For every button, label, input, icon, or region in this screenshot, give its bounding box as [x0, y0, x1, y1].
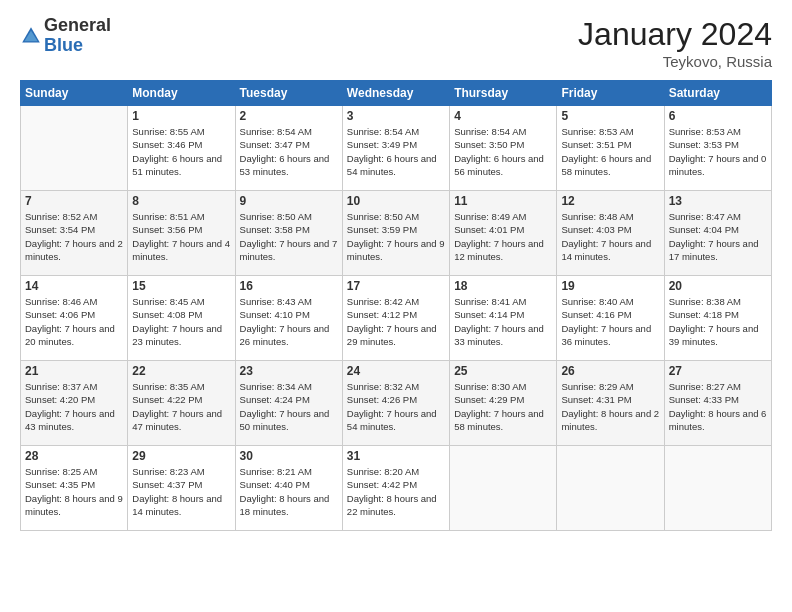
day-number: 13 — [669, 194, 767, 208]
day-cell: 11Sunrise: 8:49 AMSunset: 4:01 PMDayligh… — [450, 191, 557, 276]
day-info: Sunrise: 8:32 AMSunset: 4:26 PMDaylight:… — [347, 380, 445, 433]
day-cell: 21Sunrise: 8:37 AMSunset: 4:20 PMDayligh… — [21, 361, 128, 446]
day-info: Sunrise: 8:30 AMSunset: 4:29 PMDaylight:… — [454, 380, 552, 433]
day-number: 10 — [347, 194, 445, 208]
day-cell: 4Sunrise: 8:54 AMSunset: 3:50 PMDaylight… — [450, 106, 557, 191]
day-cell: 19Sunrise: 8:40 AMSunset: 4:16 PMDayligh… — [557, 276, 664, 361]
day-info: Sunrise: 8:54 AMSunset: 3:50 PMDaylight:… — [454, 125, 552, 178]
col-saturday: Saturday — [664, 81, 771, 106]
day-number: 7 — [25, 194, 123, 208]
day-number: 4 — [454, 109, 552, 123]
day-number: 19 — [561, 279, 659, 293]
day-number: 28 — [25, 449, 123, 463]
day-info: Sunrise: 8:47 AMSunset: 4:04 PMDaylight:… — [669, 210, 767, 263]
day-cell: 13Sunrise: 8:47 AMSunset: 4:04 PMDayligh… — [664, 191, 771, 276]
day-info: Sunrise: 8:54 AMSunset: 3:47 PMDaylight:… — [240, 125, 338, 178]
week-row-2: 14Sunrise: 8:46 AMSunset: 4:06 PMDayligh… — [21, 276, 772, 361]
calendar-table: Sunday Monday Tuesday Wednesday Thursday… — [20, 80, 772, 531]
day-cell: 6Sunrise: 8:53 AMSunset: 3:53 PMDaylight… — [664, 106, 771, 191]
location-title: Teykovo, Russia — [578, 53, 772, 70]
day-cell: 31Sunrise: 8:20 AMSunset: 4:42 PMDayligh… — [342, 446, 449, 531]
logo: General Blue — [20, 16, 111, 56]
day-number: 8 — [132, 194, 230, 208]
day-info: Sunrise: 8:54 AMSunset: 3:49 PMDaylight:… — [347, 125, 445, 178]
day-cell: 9Sunrise: 8:50 AMSunset: 3:58 PMDaylight… — [235, 191, 342, 276]
day-info: Sunrise: 8:49 AMSunset: 4:01 PMDaylight:… — [454, 210, 552, 263]
day-number: 11 — [454, 194, 552, 208]
day-info: Sunrise: 8:50 AMSunset: 3:59 PMDaylight:… — [347, 210, 445, 263]
day-cell: 25Sunrise: 8:30 AMSunset: 4:29 PMDayligh… — [450, 361, 557, 446]
day-number: 12 — [561, 194, 659, 208]
logo-blue: Blue — [44, 36, 111, 56]
col-friday: Friday — [557, 81, 664, 106]
title-block: January 2024 Teykovo, Russia — [578, 16, 772, 70]
day-cell: 22Sunrise: 8:35 AMSunset: 4:22 PMDayligh… — [128, 361, 235, 446]
day-cell: 27Sunrise: 8:27 AMSunset: 4:33 PMDayligh… — [664, 361, 771, 446]
day-cell: 26Sunrise: 8:29 AMSunset: 4:31 PMDayligh… — [557, 361, 664, 446]
day-number: 6 — [669, 109, 767, 123]
day-cell: 7Sunrise: 8:52 AMSunset: 3:54 PMDaylight… — [21, 191, 128, 276]
col-monday: Monday — [128, 81, 235, 106]
day-info: Sunrise: 8:27 AMSunset: 4:33 PMDaylight:… — [669, 380, 767, 433]
day-number: 17 — [347, 279, 445, 293]
day-number: 21 — [25, 364, 123, 378]
day-cell: 1Sunrise: 8:55 AMSunset: 3:46 PMDaylight… — [128, 106, 235, 191]
day-number: 23 — [240, 364, 338, 378]
day-cell: 5Sunrise: 8:53 AMSunset: 3:51 PMDaylight… — [557, 106, 664, 191]
day-info: Sunrise: 8:55 AMSunset: 3:46 PMDaylight:… — [132, 125, 230, 178]
header-row: Sunday Monday Tuesday Wednesday Thursday… — [21, 81, 772, 106]
week-row-3: 21Sunrise: 8:37 AMSunset: 4:20 PMDayligh… — [21, 361, 772, 446]
day-info: Sunrise: 8:41 AMSunset: 4:14 PMDaylight:… — [454, 295, 552, 348]
day-cell: 30Sunrise: 8:21 AMSunset: 4:40 PMDayligh… — [235, 446, 342, 531]
day-cell — [557, 446, 664, 531]
day-number: 16 — [240, 279, 338, 293]
day-info: Sunrise: 8:21 AMSunset: 4:40 PMDaylight:… — [240, 465, 338, 518]
day-info: Sunrise: 8:40 AMSunset: 4:16 PMDaylight:… — [561, 295, 659, 348]
day-cell: 15Sunrise: 8:45 AMSunset: 4:08 PMDayligh… — [128, 276, 235, 361]
day-info: Sunrise: 8:51 AMSunset: 3:56 PMDaylight:… — [132, 210, 230, 263]
day-number: 1 — [132, 109, 230, 123]
day-number: 5 — [561, 109, 659, 123]
day-cell: 20Sunrise: 8:38 AMSunset: 4:18 PMDayligh… — [664, 276, 771, 361]
day-cell: 18Sunrise: 8:41 AMSunset: 4:14 PMDayligh… — [450, 276, 557, 361]
day-number: 3 — [347, 109, 445, 123]
col-thursday: Thursday — [450, 81, 557, 106]
day-info: Sunrise: 8:35 AMSunset: 4:22 PMDaylight:… — [132, 380, 230, 433]
day-info: Sunrise: 8:37 AMSunset: 4:20 PMDaylight:… — [25, 380, 123, 433]
day-cell: 3Sunrise: 8:54 AMSunset: 3:49 PMDaylight… — [342, 106, 449, 191]
day-cell: 14Sunrise: 8:46 AMSunset: 4:06 PMDayligh… — [21, 276, 128, 361]
header: General Blue January 2024 Teykovo, Russi… — [20, 16, 772, 70]
logo-icon — [20, 25, 42, 47]
day-info: Sunrise: 8:43 AMSunset: 4:10 PMDaylight:… — [240, 295, 338, 348]
day-number: 25 — [454, 364, 552, 378]
day-info: Sunrise: 8:52 AMSunset: 3:54 PMDaylight:… — [25, 210, 123, 263]
day-number: 14 — [25, 279, 123, 293]
day-number: 20 — [669, 279, 767, 293]
day-info: Sunrise: 8:34 AMSunset: 4:24 PMDaylight:… — [240, 380, 338, 433]
day-number: 29 — [132, 449, 230, 463]
day-info: Sunrise: 8:53 AMSunset: 3:53 PMDaylight:… — [669, 125, 767, 178]
day-cell: 12Sunrise: 8:48 AMSunset: 4:03 PMDayligh… — [557, 191, 664, 276]
day-info: Sunrise: 8:50 AMSunset: 3:58 PMDaylight:… — [240, 210, 338, 263]
logo-text: General Blue — [44, 16, 111, 56]
day-number: 31 — [347, 449, 445, 463]
day-number: 9 — [240, 194, 338, 208]
col-wednesday: Wednesday — [342, 81, 449, 106]
day-cell — [450, 446, 557, 531]
day-number: 18 — [454, 279, 552, 293]
day-info: Sunrise: 8:46 AMSunset: 4:06 PMDaylight:… — [25, 295, 123, 348]
day-number: 24 — [347, 364, 445, 378]
day-cell: 24Sunrise: 8:32 AMSunset: 4:26 PMDayligh… — [342, 361, 449, 446]
day-info: Sunrise: 8:29 AMSunset: 4:31 PMDaylight:… — [561, 380, 659, 433]
day-info: Sunrise: 8:48 AMSunset: 4:03 PMDaylight:… — [561, 210, 659, 263]
day-info: Sunrise: 8:45 AMSunset: 4:08 PMDaylight:… — [132, 295, 230, 348]
day-info: Sunrise: 8:20 AMSunset: 4:42 PMDaylight:… — [347, 465, 445, 518]
day-number: 15 — [132, 279, 230, 293]
day-cell: 10Sunrise: 8:50 AMSunset: 3:59 PMDayligh… — [342, 191, 449, 276]
day-cell: 23Sunrise: 8:34 AMSunset: 4:24 PMDayligh… — [235, 361, 342, 446]
week-row-1: 7Sunrise: 8:52 AMSunset: 3:54 PMDaylight… — [21, 191, 772, 276]
day-cell — [21, 106, 128, 191]
day-cell: 8Sunrise: 8:51 AMSunset: 3:56 PMDaylight… — [128, 191, 235, 276]
day-number: 2 — [240, 109, 338, 123]
day-number: 22 — [132, 364, 230, 378]
